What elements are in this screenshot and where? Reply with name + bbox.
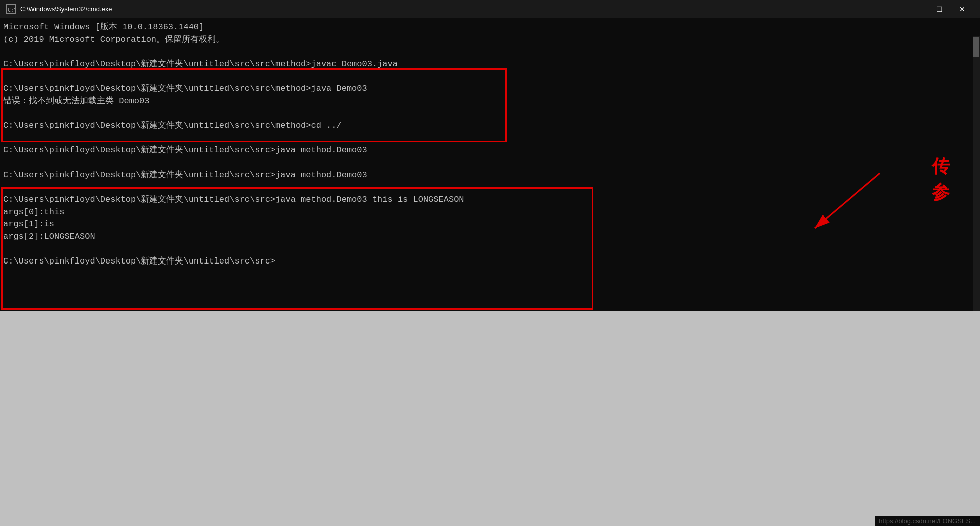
terminal-content[interactable]: Microsoft Windows [版本 10.0.18363.1440] (… (0, 18, 980, 311)
minimize-button[interactable]: — (905, 0, 928, 18)
cmd-icon: C:\ (6, 4, 16, 14)
maximize-button[interactable]: ☐ (928, 0, 951, 18)
statusbar: https://blog.csdn.net/LONGSES... (875, 516, 980, 526)
scrollbar[interactable] (973, 36, 980, 311)
scrollbar-thumb[interactable] (973, 37, 979, 57)
window-title: C:\Windows\System32\cmd.exe (20, 5, 905, 13)
bottom-area (0, 311, 980, 526)
cmd-window: C:\ C:\Windows\System32\cmd.exe — ☐ ✕ Mi… (0, 0, 980, 526)
svg-text:C:\: C:\ (8, 7, 15, 13)
titlebar: C:\ C:\Windows\System32\cmd.exe — ☐ ✕ (0, 0, 980, 18)
window-controls: — ☐ ✕ (905, 0, 974, 18)
close-button[interactable]: ✕ (951, 0, 974, 18)
terminal-output: Microsoft Windows [版本 10.0.18363.1440] (… (3, 21, 977, 268)
